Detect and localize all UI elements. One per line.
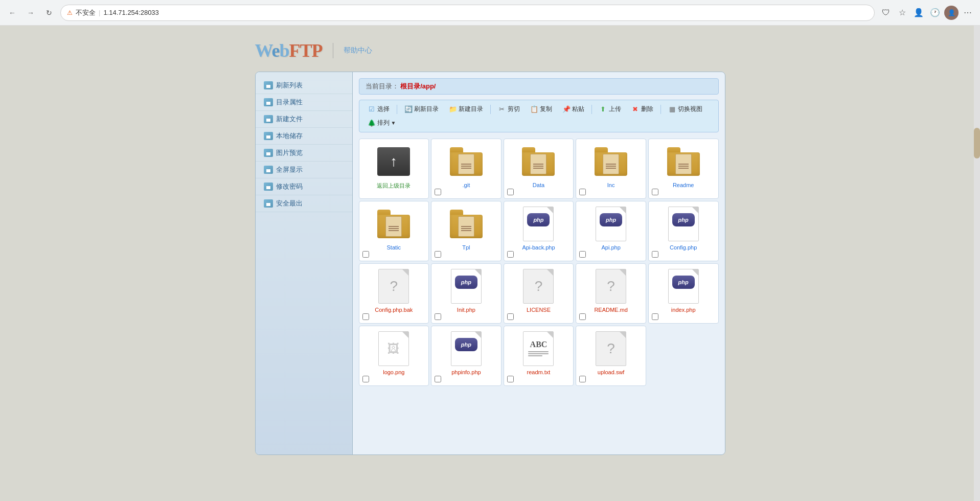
file-item-tpl[interactable]: Tpl	[431, 201, 502, 261]
warning-text: 不安全	[76, 8, 96, 17]
sidebar-item-local-store[interactable]: 本地储存	[256, 128, 352, 145]
new-folder-button[interactable]: 📁 新建目录	[445, 103, 487, 115]
file-item-license[interactable]: ? LICENSE	[504, 263, 574, 324]
browser-toolbar: ← → ↻ ⚠ 不安全 | 1.14.71.254:28033 🛡 ☆ 👤 🕐 …	[0, 0, 980, 26]
history-icon-btn[interactable]: 🕐	[928, 6, 942, 20]
checkbox-api-php[interactable]	[579, 251, 586, 258]
txt-icon-readm: ABC	[521, 331, 556, 366]
file-name-index-php: index.php	[671, 307, 696, 313]
checkbox-phpinfo-php[interactable]	[435, 376, 441, 382]
shield-icon-btn[interactable]: 🛡	[879, 6, 893, 20]
address-bar[interactable]: ⚠ 不安全 | 1.14.71.254:28033	[60, 5, 875, 21]
checkbox-logo-png[interactable]	[362, 376, 369, 382]
scrollbar-track[interactable]	[974, 26, 980, 501]
file-item-upload-swf[interactable]: ? upload.swf	[576, 326, 646, 386]
php-icon-index: php	[666, 269, 701, 304]
file-item-phpinfo-php[interactable]: php phpinfo.php	[431, 326, 502, 386]
cut-icon: ✂	[498, 105, 506, 113]
checkbox-static[interactable]	[362, 251, 369, 258]
select-button[interactable]: ☑ 选择	[363, 103, 394, 115]
checkbox-tpl[interactable]	[435, 251, 441, 258]
sidebar-item-change-pwd[interactable]: 修改密码	[256, 178, 352, 195]
sidebar: 刷新列表 目录属性 新建文件 本地储存 图片预览	[256, 72, 353, 454]
reload-button[interactable]: ↻	[42, 6, 56, 20]
file-grid: 返回上级目录 .git	[359, 139, 719, 386]
sidebar-item-new-file[interactable]: 新建文件	[256, 111, 352, 128]
delete-label: 删除	[641, 105, 653, 113]
file-item-config-php[interactable]: php Config.php	[648, 201, 719, 261]
folder-icon-git	[449, 144, 484, 179]
avatar[interactable]: 👤	[944, 6, 959, 20]
checkbox-upload-swf[interactable]	[579, 376, 586, 382]
file-item-git[interactable]: .git	[431, 139, 502, 199]
checkbox-readme-md[interactable]	[579, 313, 586, 320]
file-name-config-php: Config.php	[670, 244, 697, 250]
page-body: WebFTP 帮助中心 刷新列表 目录属性 新建文件	[0, 26, 980, 501]
help-link[interactable]: 帮助中心	[344, 46, 372, 55]
sidebar-label-image-preview: 图片预览	[276, 148, 303, 157]
sidebar-icon-safe-exit	[264, 199, 273, 208]
separator: |	[99, 9, 100, 16]
sidebar-item-safe-exit[interactable]: 安全最出	[256, 195, 352, 212]
header: WebFTP 帮助中心	[255, 36, 725, 65]
more-button[interactable]: ⋯	[961, 6, 975, 20]
file-item-config-php-bak[interactable]: ? Config.php.bak	[359, 263, 429, 324]
checkbox-readme-folder[interactable]	[652, 189, 658, 195]
checkbox-config-php-bak[interactable]	[362, 313, 369, 320]
checkbox-inc[interactable]	[579, 189, 586, 195]
file-item-readm-txt[interactable]: ABC readm.txt	[504, 326, 574, 386]
sidebar-icon-image-preview	[264, 149, 273, 157]
file-item-up[interactable]: 返回上级目录	[359, 139, 429, 199]
star-icon-btn[interactable]: ☆	[895, 6, 909, 20]
checkbox-api-back-php[interactable]	[507, 251, 514, 258]
file-item-api-php[interactable]: php Api.php	[576, 201, 646, 261]
upload-button[interactable]: ⬆ 上传	[595, 103, 625, 115]
back-button[interactable]: ←	[5, 6, 19, 20]
file-item-readme-folder[interactable]: Readme	[648, 139, 719, 199]
sidebar-item-fullscreen[interactable]: 全屏显示	[256, 162, 352, 178]
paste-button[interactable]: 📌 粘贴	[558, 103, 588, 115]
delete-button[interactable]: ✖ 删除	[627, 103, 657, 115]
checkbox-index-php[interactable]	[652, 313, 658, 320]
file-item-data[interactable]: Data	[504, 139, 574, 199]
refresh-dir-button[interactable]: 🔄 刷新目录	[400, 103, 443, 115]
checkbox-git[interactable]	[435, 189, 441, 195]
content-area: 刷新列表 目录属性 新建文件 本地储存 图片预览	[255, 72, 725, 455]
switch-view-button[interactable]: ▦ 切换视图	[664, 103, 706, 115]
copy-button[interactable]: 📋 复制	[526, 103, 556, 115]
sep3	[591, 105, 592, 114]
select-icon: ☑	[368, 105, 376, 113]
file-item-static[interactable]: Static	[359, 201, 429, 261]
current-dir-path: 根目录/app/	[400, 82, 436, 90]
cut-button[interactable]: ✂ 剪切	[494, 103, 524, 115]
checkbox-license[interactable]	[507, 313, 514, 320]
switch-view-label: 切换视图	[678, 105, 702, 113]
file-item-readme-md[interactable]: ? README.md	[576, 263, 646, 324]
sidebar-item-refresh-list[interactable]: 刷新列表	[256, 77, 352, 94]
checkbox-readm-txt[interactable]	[507, 376, 514, 382]
scrollbar-thumb[interactable]	[974, 128, 980, 158]
forward-button[interactable]: →	[24, 6, 38, 20]
checkbox-data[interactable]	[507, 189, 514, 195]
file-item-logo-png[interactable]: 🖼 logo.png	[359, 326, 429, 386]
sep1	[397, 105, 397, 114]
sidebar-label-refresh-list: 刷新列表	[276, 81, 303, 90]
sep4	[660, 105, 661, 114]
sidebar-item-dir-attr[interactable]: 目录属性	[256, 94, 352, 111]
file-item-index-php[interactable]: php index.php	[648, 263, 719, 324]
paste-label: 粘贴	[572, 105, 584, 113]
sort-button[interactable]: 🌲 排列 ▼	[363, 117, 400, 129]
php-icon-api-back: php	[521, 207, 556, 241]
file-item-api-back-php[interactable]: php Api-back.php	[504, 201, 574, 261]
checkbox-config-php[interactable]	[652, 251, 658, 258]
file-name-readme-folder: Readme	[673, 182, 694, 188]
sidebar-label-change-pwd: 修改密码	[276, 182, 303, 191]
accounts-icon-btn[interactable]: 👤	[911, 6, 926, 20]
address-text: 1.14.71.254:28033	[103, 9, 158, 16]
file-item-inc[interactable]: Inc	[576, 139, 646, 199]
file-item-init-php[interactable]: php Init.php	[431, 263, 502, 324]
select-label: 选择	[377, 105, 390, 113]
sidebar-item-image-preview[interactable]: 图片预览	[256, 145, 352, 162]
checkbox-init-php[interactable]	[435, 313, 441, 320]
file-name-api-php: Api.php	[601, 244, 620, 250]
